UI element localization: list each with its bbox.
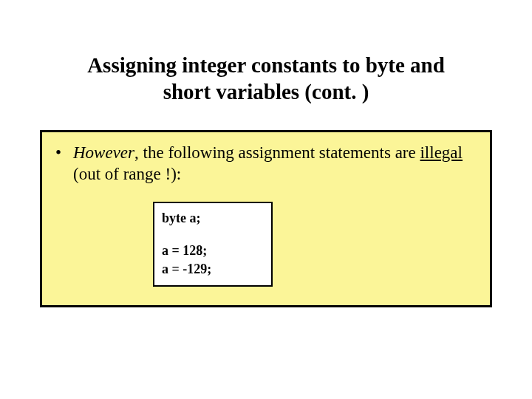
- title-line-1: Assigning integer constants to byte and: [87, 53, 445, 77]
- code-declaration: byte a;: [162, 209, 264, 227]
- word-illegal: illegal: [420, 143, 462, 162]
- code-blank-line: [162, 227, 264, 242]
- word-however: However: [73, 143, 134, 162]
- bullet-item: • However, the following assignment stat…: [55, 143, 477, 185]
- code-line-1: a = 128;: [162, 242, 264, 259]
- bullet-mark: •: [55, 143, 61, 164]
- bullet-text: However, the following assignment statem…: [73, 143, 477, 185]
- bullet-mid: , the following assignment statements ar…: [134, 143, 420, 162]
- bullet-tail: (out of range !):: [73, 165, 181, 183]
- code-line-2: a = -129;: [162, 260, 264, 278]
- title-line-2: short variables (cont. ): [163, 80, 369, 103]
- slide: Assigning integer constants to byte and …: [0, 0, 532, 399]
- slide-title: Assigning integer constants to byte and …: [0, 52, 532, 106]
- code-box: byte a; a = 128; a = -129;: [153, 202, 273, 287]
- content-box: • However, the following assignment stat…: [40, 130, 492, 307]
